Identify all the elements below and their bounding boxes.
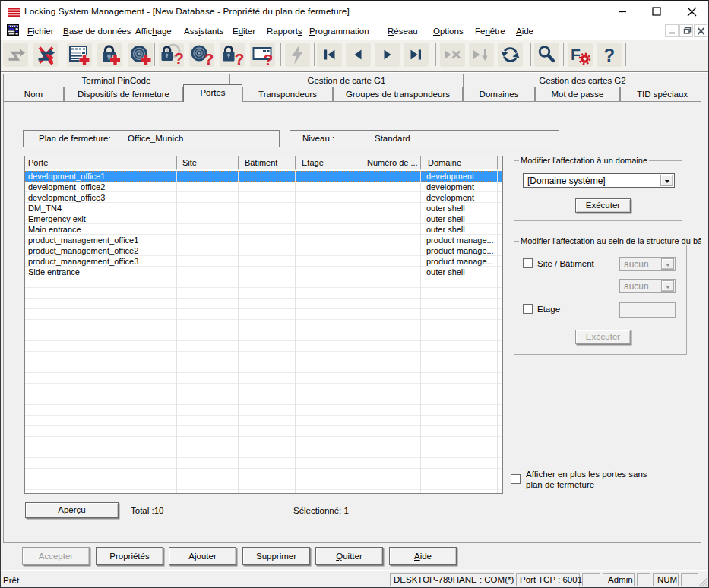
svg-text:?: ?: [264, 51, 274, 68]
svg-text:F: F: [571, 46, 581, 63]
svg-text:?: ?: [204, 50, 214, 68]
svg-text:?: ?: [174, 49, 184, 67]
svg-text:?: ?: [235, 50, 245, 68]
svg-text:?: ?: [604, 45, 616, 65]
